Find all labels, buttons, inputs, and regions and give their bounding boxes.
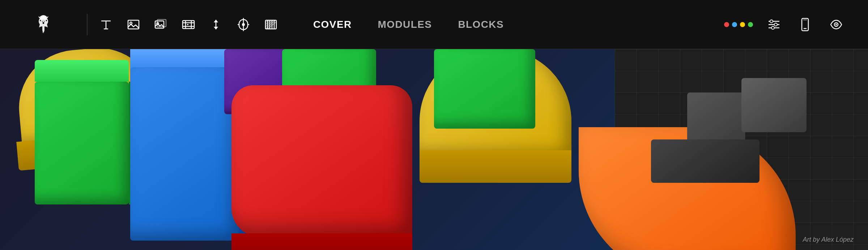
toolbar: ⚜ xyxy=(0,0,868,49)
svg-marker-11 xyxy=(187,24,189,25)
mobile-preview-button[interactable] xyxy=(795,14,815,35)
main-content: Art by Alex López xyxy=(0,49,868,250)
nav-blocks[interactable]: BLOCKS xyxy=(445,15,517,34)
block-green-left xyxy=(35,82,129,204)
block-dark-wide xyxy=(651,139,760,183)
block-red-main xyxy=(231,85,412,237)
svg-point-36 xyxy=(835,24,837,25)
block-blue-tall xyxy=(130,67,239,241)
block-yellow-arc-right-side xyxy=(420,150,571,183)
svg-rect-1 xyxy=(128,20,139,29)
color-dots-button[interactable] xyxy=(724,22,753,27)
block-green-right xyxy=(434,49,535,129)
svg-text:⚜: ⚜ xyxy=(42,31,45,34)
pattern-tool-button[interactable] xyxy=(260,13,282,36)
layers-tool-button[interactable] xyxy=(205,13,227,36)
block-green-top-face xyxy=(35,60,129,82)
svg-point-29 xyxy=(770,20,773,23)
logo-area: ⚜ xyxy=(22,12,65,38)
svg-point-15 xyxy=(242,23,245,26)
dot-blue xyxy=(732,22,737,27)
gallery-tool-button[interactable] xyxy=(150,13,172,36)
block-dark-small xyxy=(741,78,807,132)
nav-modules[interactable]: MODULES xyxy=(365,15,445,34)
svg-point-30 xyxy=(774,23,777,26)
touch-tool-button[interactable] xyxy=(232,13,255,36)
svg-point-31 xyxy=(771,26,774,29)
dot-green xyxy=(748,22,753,27)
block-red-bottom xyxy=(231,233,412,250)
dot-yellow xyxy=(740,22,745,27)
adjust-sliders-button[interactable] xyxy=(764,14,784,35)
nav-cover[interactable]: COVER xyxy=(300,15,365,34)
logo-icon[interactable]: ⚜ xyxy=(30,12,56,38)
cover-image: Art by Alex López xyxy=(0,49,868,250)
toolbar-divider xyxy=(87,14,88,35)
text-tool-button[interactable] xyxy=(95,13,117,36)
dot-red xyxy=(724,22,729,27)
video-tool-button[interactable] xyxy=(177,13,200,36)
toolbar-nav: COVER MODULES BLOCKS xyxy=(300,15,517,34)
preview-button[interactable] xyxy=(826,14,846,35)
credit-text: Art by Alex López xyxy=(803,236,854,243)
toolbar-tools xyxy=(95,13,282,36)
image-tool-button[interactable] xyxy=(122,13,145,36)
toolbar-right xyxy=(724,14,846,35)
